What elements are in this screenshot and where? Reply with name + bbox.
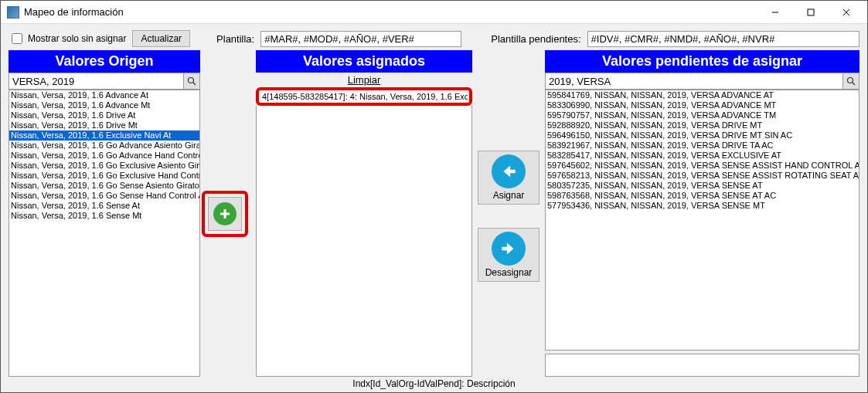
- minimize-button[interactable]: [757, 2, 793, 23]
- svg-rect-1: [808, 9, 814, 15]
- pending-search-row: [545, 73, 859, 90]
- svg-line-9: [853, 83, 855, 85]
- pending-detail-box[interactable]: [545, 354, 859, 377]
- app-icon: [7, 6, 19, 19]
- origin-item[interactable]: Nissan, Versa, 2019, 1.6 Advance At: [9, 90, 199, 100]
- pending-item[interactable]: 583306990, NISSAN, NISSAN, 2019, VERSA A…: [546, 100, 859, 110]
- origin-item[interactable]: Nissan, Versa, 2019, 1.6 Drive Mt: [9, 120, 199, 130]
- pending-item[interactable]: 580357235, NISSAN, NISSAN, 2019, VERSA S…: [546, 181, 859, 191]
- pending-item[interactable]: 592888920, NISSAN, NISSAN, 2019, VERSA D…: [546, 120, 859, 130]
- origin-item[interactable]: Nissan, Versa, 2019, 1.6 Go Advance Asie…: [9, 141, 199, 151]
- arrow-left-icon: [492, 154, 526, 188]
- assigned-listbox[interactable]: [256, 106, 472, 377]
- pending-item[interactable]: 577953436, NISSAN, NISSAN, 2019, VERSA S…: [546, 201, 859, 211]
- origin-item[interactable]: Nissan, Versa, 2019, 1.6 Drive At: [9, 110, 199, 120]
- unassign-label: Desasignar: [485, 267, 533, 278]
- svg-point-8: [848, 78, 853, 83]
- window-title: Mapeo de información: [24, 6, 757, 18]
- footer-hint: Indx[Id_ValOrg-IdValPend]: Descripción: [1, 377, 867, 392]
- origin-search-button[interactable]: [183, 73, 200, 90]
- origin-search-row: [9, 73, 200, 90]
- pending-item[interactable]: 597645602, NISSAN, NISSAN, 2019, VERSA S…: [546, 161, 859, 171]
- assigned-item[interactable]: 4[148595-583285417]: 4: Nissan, Versa, 2…: [260, 92, 468, 101]
- arrow-right-icon: [492, 232, 526, 266]
- close-icon: [842, 8, 850, 16]
- assigned-highlight: 4[148595-583285417]: 4: Nissan, Versa, 2…: [256, 87, 472, 106]
- svg-line-5: [193, 83, 196, 85]
- window-controls: [757, 2, 864, 23]
- template-input[interactable]: [260, 31, 461, 47]
- show-unassigned-label: Mostrar solo sin asignar: [28, 33, 126, 44]
- main-area: Valores Origen Nissan, Versa, 2019, 1.6 …: [1, 49, 867, 377]
- origin-item[interactable]: Nissan, Versa, 2019, 1.6 Go Exclusive Ha…: [9, 171, 199, 181]
- search-icon: [187, 76, 196, 86]
- add-column: [202, 50, 248, 377]
- title-bar: Mapeo de información: [1, 1, 867, 24]
- assign-label: Asignar: [493, 190, 525, 201]
- origin-item[interactable]: Nissan, Versa, 2019, 1.6 Advance Mt: [9, 100, 199, 110]
- maximize-button[interactable]: [793, 2, 829, 23]
- pending-template-label: Plantilla pendientes:: [491, 33, 580, 45]
- add-button[interactable]: [208, 197, 242, 231]
- clear-link[interactable]: Limpiar: [256, 73, 472, 86]
- unassign-button[interactable]: Desasignar: [478, 228, 540, 282]
- origin-item[interactable]: Nissan, Versa, 2019, 1.6 Sense Mt: [9, 211, 199, 221]
- pending-search-input[interactable]: [545, 73, 842, 90]
- pending-item[interactable]: 595790757, NISSAN, NISSAN, 2019, VERSA A…: [546, 110, 859, 120]
- pending-item[interactable]: 595841769, NISSAN, NISSAN, 2019, VERSA A…: [546, 90, 859, 100]
- origin-item[interactable]: Nissan, Versa, 2019, 1.6 Go Sense Hand C…: [9, 191, 199, 201]
- plus-icon: [213, 202, 237, 225]
- pending-item[interactable]: 598763568, NISSAN, NISSAN, 2019, VERSA S…: [546, 191, 859, 201]
- origin-search-input[interactable]: [9, 73, 183, 90]
- pending-listbox[interactable]: 595841769, NISSAN, NISSAN, 2019, VERSA A…: [545, 90, 859, 351]
- origin-listbox[interactable]: Nissan, Versa, 2019, 1.6 Advance AtNissa…: [9, 90, 200, 377]
- search-icon: [846, 76, 856, 86]
- pending-template-input[interactable]: [587, 31, 859, 47]
- pending-item[interactable]: 583285417, NISSAN, NISSAN, 2019, VERSA E…: [546, 151, 859, 161]
- pending-search-button[interactable]: [842, 73, 859, 90]
- toolbar: Mostrar solo sin asignar Actualizar Plan…: [1, 24, 867, 49]
- pending-item[interactable]: 583921967, NISSAN, NISSAN, 2019, VERSA D…: [546, 141, 859, 151]
- origin-item[interactable]: Nissan, Versa, 2019, 1.6 Exclusive Navi …: [9, 130, 199, 141]
- pending-item[interactable]: 597658213, NISSAN, NISSAN, 2019, VERSA S…: [546, 171, 859, 181]
- action-buttons-column: Asignar Desasignar: [474, 50, 543, 377]
- assign-button[interactable]: Asignar: [478, 151, 540, 205]
- add-button-highlight: [202, 191, 248, 237]
- close-button[interactable]: [829, 2, 864, 23]
- show-unassigned-checkbox-wrap[interactable]: Mostrar solo sin asignar: [9, 31, 126, 46]
- origin-item[interactable]: Nissan, Versa, 2019, 1.6 Sense At: [9, 201, 199, 211]
- show-unassigned-checkbox[interactable]: [12, 33, 22, 44]
- app-window: Mapeo de información Mostrar solo sin as…: [0, 0, 868, 393]
- update-button[interactable]: Actualizar: [132, 30, 190, 47]
- assigned-column: Valores asignados Limpiar 4[148595-58328…: [256, 50, 472, 377]
- origin-item[interactable]: Nissan, Versa, 2019, 1.6 Go Sense Asient…: [9, 181, 199, 191]
- pending-item[interactable]: 596496150, NISSAN, NISSAN, 2019, VERSA D…: [546, 130, 859, 141]
- maximize-icon: [807, 8, 815, 16]
- assigned-header: Valores asignados: [256, 50, 472, 73]
- origin-column: Valores Origen Nissan, Versa, 2019, 1.6 …: [9, 50, 200, 377]
- origin-item[interactable]: Nissan, Versa, 2019, 1.6 Go Advance Hand…: [9, 151, 199, 161]
- minimize-icon: [771, 8, 779, 16]
- origin-header: Valores Origen: [9, 50, 200, 73]
- template-label: Plantilla:: [216, 33, 254, 45]
- pending-column: Valores pendientes de asignar 595841769,…: [545, 50, 859, 377]
- origin-item[interactable]: Nissan, Versa, 2019, 1.6 Go Exclusive As…: [9, 161, 199, 171]
- pending-header: Valores pendientes de asignar: [545, 50, 859, 73]
- svg-point-4: [189, 78, 194, 83]
